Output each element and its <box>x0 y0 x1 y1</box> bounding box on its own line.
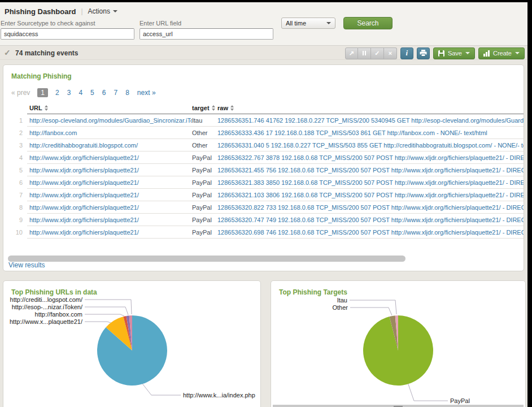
pie-slices-urls <box>97 315 167 386</box>
row-url-link[interactable]: http://www.xljdr.org/fichiers/plaquette2… <box>27 204 192 211</box>
pagination-next[interactable]: next » <box>137 89 156 97</box>
row-url-link[interactable]: http://fanbox.com <box>27 129 192 136</box>
table-row: 2 http://fanbox.com Other 1286536333.436… <box>27 127 524 139</box>
cancel-button[interactable]: × <box>384 47 397 59</box>
row-raw-link[interactable]: 1286536320.698 746 192.168.0.68 TCP_MISS… <box>217 229 524 236</box>
table-row: 3 http://creditihabbogratuiti.blogspot.c… <box>27 139 524 151</box>
print-button[interactable] <box>417 47 430 59</box>
url-field-input[interactable] <box>139 28 273 40</box>
row-url-link[interactable]: http://creditihabbogratuiti.blogspot.com… <box>27 142 192 149</box>
top-phishing-urls-panel: Top Phishing URLs in data http://crediti… <box>3 280 261 407</box>
pie-slice[interactable] <box>363 315 433 386</box>
row-number: 10 <box>9 229 23 236</box>
table-row: 1 http://esop-cleveland.org/modules/Guar… <box>27 114 524 127</box>
horizontal-scrollbar-thumb[interactable] <box>8 256 405 262</box>
row-number: 9 <box>9 217 23 223</box>
save-button-label: Save <box>448 50 462 57</box>
pagination-current-page[interactable]: 1 <box>37 88 48 97</box>
row-number: 3 <box>9 142 23 149</box>
page-title: Phishing Dashboard <box>5 7 76 16</box>
actions-menu[interactable]: Actions <box>88 7 117 15</box>
pagination-page[interactable]: 8 <box>125 89 129 97</box>
bar-chart-icon <box>483 50 490 57</box>
row-number: 5 <box>9 167 23 174</box>
row-raw-link[interactable]: 1286536331.040 5 192.168.0.227 TCP_MISS/… <box>217 142 524 149</box>
row-raw-link[interactable]: 1286536321.103 3806 192.168.0.68 TCP_MIS… <box>217 192 524 198</box>
view-results-link[interactable]: View results <box>8 261 45 269</box>
results-table: URL target raw 1 http://esop-cleveland.o… <box>3 102 524 239</box>
row-url-link[interactable]: http://esop-cleveland.org/modules/Guardi… <box>27 117 192 124</box>
table-row: 8 http://www.xljdr.org/fichiers/plaquett… <box>27 201 524 214</box>
pause-button[interactable] <box>358 47 371 59</box>
row-target: PayPal <box>192 204 217 211</box>
app-viewport: Phishing Dashboard | Actions Enter Sourc… <box>0 2 527 407</box>
row-number: 6 <box>9 179 23 186</box>
column-header-raw[interactable]: raw <box>217 105 524 111</box>
time-range-dropdown[interactable]: All time <box>281 18 335 29</box>
pagination-page[interactable]: 5 <box>90 89 94 97</box>
pagination-page[interactable]: 6 <box>102 89 106 97</box>
search-button[interactable]: Search <box>343 17 393 29</box>
row-target: PayPal <box>192 229 217 236</box>
pie-label-fanbox: http://fanbox.com <box>35 311 82 318</box>
pagination-page[interactable]: 2 <box>55 89 59 97</box>
panel-title: Matching Phishing <box>11 72 72 80</box>
leader-line <box>85 307 128 315</box>
row-url-link[interactable]: http://www.xljdr.org/fichiers/plaquette2… <box>27 217 192 223</box>
job-control-group: ↗ ✓ × <box>345 47 397 59</box>
row-target: PayPal <box>192 154 217 161</box>
row-url-link[interactable]: http://www.xljdr.org/fichiers/plaquette2… <box>27 154 192 161</box>
row-target: Other <box>192 129 217 136</box>
row-url-link[interactable]: http://www.xljdr.org/fichiers/plaquette2… <box>27 167 192 174</box>
table-row: 9 http://www.xljdr.org/fichiers/plaquett… <box>27 214 524 226</box>
row-url-link[interactable]: http://www.xljdr.org/fichiers/plaquette2… <box>27 192 192 198</box>
pagination-prev[interactable]: « prev <box>11 89 30 97</box>
row-raw-link[interactable]: 1286536321.383 3850 192.168.0.68 TCP_MIS… <box>217 179 524 186</box>
row-raw-link[interactable]: 1286536320.822 733 192.168.0.68 TCP_MISS… <box>217 204 524 211</box>
actions-menu-label: Actions <box>88 7 110 15</box>
pagination-pages: 2345678 <box>55 89 137 97</box>
row-target: Itau <box>192 117 217 124</box>
row-target: PayPal <box>192 167 217 174</box>
row-number: 1 <box>9 117 23 124</box>
create-button[interactable]: Create <box>478 47 525 59</box>
row-raw-link[interactable]: 1286536320.747 749 192.168.0.68 TCP_MISS… <box>217 217 524 223</box>
row-number: 8 <box>9 204 23 211</box>
row-raw-link[interactable]: 1286536321.455 756 192.168.0.68 TCP_MISS… <box>217 167 524 174</box>
job-info-button[interactable]: i <box>400 47 413 59</box>
table-body: 1 http://esop-cleveland.org/modules/Guar… <box>3 114 524 239</box>
sort-icon <box>230 105 234 111</box>
panel-resize-bar[interactable] <box>273 405 524 407</box>
pie-chart-targets: Itau Other PayPal <box>271 296 526 407</box>
column-header-target[interactable]: target <box>192 105 217 111</box>
row-raw-link[interactable]: 1286536351.746 41762 192.168.0.227 TCP_M… <box>217 117 524 124</box>
chevron-down-icon <box>515 52 520 54</box>
row-url-link[interactable]: http://www.xljdr.org/fichiers/plaquette2… <box>27 179 192 186</box>
sourcetype-label: Enter Sourcetype to check against <box>1 20 95 27</box>
finalize-button[interactable]: ✓ <box>371 47 384 59</box>
sourcetype-input[interactable] <box>1 28 134 40</box>
matching-phishing-panel: Matching Phishing « prev 1 2345678 next … <box>3 64 524 271</box>
sort-icon <box>212 105 215 111</box>
chevron-down-icon <box>113 10 117 12</box>
panel-title: Top Phishing Targets <box>279 288 347 296</box>
pagination-page[interactable]: 3 <box>67 89 71 97</box>
row-raw-link[interactable]: 1286536322.767 3878 192.168.0.68 TCP_MIS… <box>217 154 524 161</box>
leader-line <box>85 322 114 324</box>
create-button-label: Create <box>493 50 512 57</box>
save-button[interactable]: Save <box>433 47 475 59</box>
send-background-button[interactable]: ↗ <box>345 47 358 59</box>
pie-label-crediti: http://crediti...logspot.com/ <box>10 296 83 303</box>
job-toolbar: ↗ ✓ × i Save <box>345 47 525 59</box>
pagination-page[interactable]: 7 <box>114 89 117 97</box>
time-range-value: All time <box>286 20 306 27</box>
row-url-link[interactable]: http://www.xljdr.org/fichiers/plaquette2… <box>27 229 192 236</box>
column-header-url[interactable]: URL <box>27 105 192 111</box>
leader-line <box>407 381 448 401</box>
row-raw-link[interactable]: 1286536333.436 17 192.168.0.188 TCP_MISS… <box>217 129 524 136</box>
pie-label-plaquette: http://www.x...plaquette21/ <box>10 318 83 325</box>
pause-icon <box>363 51 364 55</box>
pagination-page[interactable]: 4 <box>79 89 82 97</box>
pie-label-other: Other <box>332 304 348 311</box>
header-row: Phishing Dashboard | Actions <box>5 6 117 17</box>
